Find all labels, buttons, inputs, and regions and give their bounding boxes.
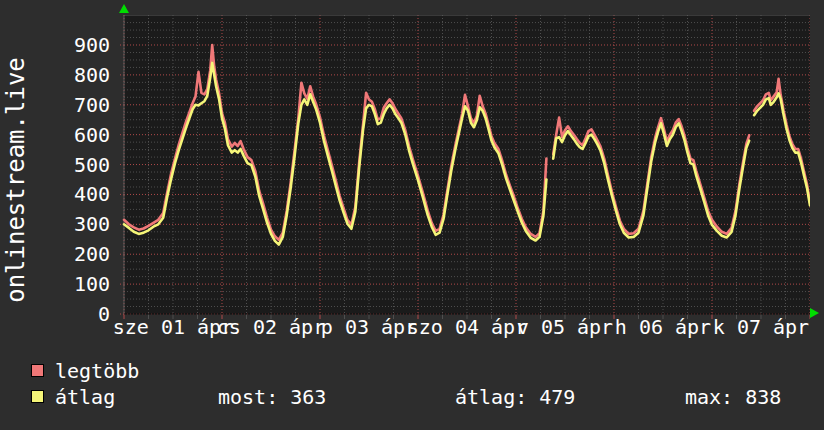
y-axis-label: 900 — [0, 35, 110, 55]
x-axis-label: sze 01 ápr — [113, 317, 233, 337]
x-axis-label: k 07 ápr — [713, 317, 809, 337]
y-axis-label: 0 — [0, 304, 110, 324]
legend-label-legtobb: legtöbb — [55, 361, 139, 381]
x-axis-label: cs 02 ápr — [217, 317, 325, 337]
y-axis-label: 300 — [0, 214, 110, 234]
x-axis-label: h 06 ápr — [615, 317, 711, 337]
stat-most: most: 363 — [218, 387, 326, 407]
plot-area — [120, 15, 810, 319]
legend-color-legtobb — [31, 364, 44, 377]
y-axis-label: 600 — [0, 125, 110, 145]
legend-label-atlag: átlag — [55, 387, 115, 407]
y-axis-label: 200 — [0, 244, 110, 264]
stat-atlag: átlag: 479 — [455, 387, 575, 407]
x-axis-label: v 05 ápr — [517, 317, 613, 337]
x-axis-label: p 03 ápr — [321, 317, 417, 337]
x-axis-arrow-right-icon — [810, 308, 819, 318]
legend-color-atlag — [31, 390, 44, 403]
stat-max: max: 838 — [685, 387, 781, 407]
x-axis-label: szo 04 ápr — [407, 317, 527, 337]
y-axis-label: 800 — [0, 65, 110, 85]
y-axis-label: 400 — [0, 184, 110, 204]
y-axis-label: 700 — [0, 95, 110, 115]
rrd-graph: onlinestream.live 0100200300400500600700… — [0, 0, 824, 430]
y-axis-label: 100 — [0, 274, 110, 294]
y-axis-label: 500 — [0, 155, 110, 175]
y-axis-arrow-up-icon — [119, 4, 129, 13]
